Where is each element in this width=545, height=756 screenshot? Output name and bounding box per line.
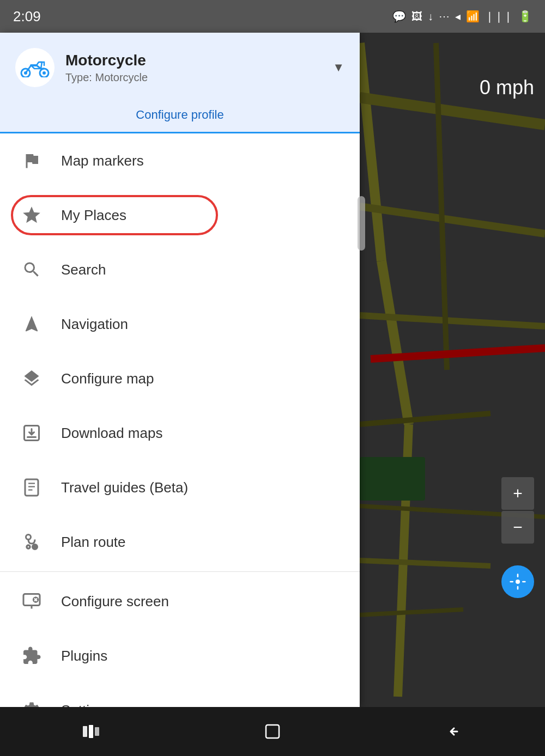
plugins-icon [17, 642, 46, 670]
search-icon [17, 255, 46, 284]
plugins-label: Plugins [61, 648, 107, 664]
configure-map-label: Configure map [61, 370, 154, 387]
profile-row: Motorcycle Type: Motorcycle ▼ [15, 48, 344, 98]
menu-item-search[interactable]: Search [0, 242, 360, 297]
menu-item-download-maps[interactable]: Download maps [0, 406, 360, 460]
menu-list: Map markers My Places Search [0, 133, 360, 707]
home-icon [263, 722, 282, 741]
menu-item-plugins[interactable]: Plugins [0, 629, 360, 683]
menu-item-configure-map[interactable]: Configure map [0, 351, 360, 406]
photos-icon: 🖼 [411, 10, 422, 23]
travel-guides-label: Travel guides (Beta) [61, 479, 188, 496]
menu-item-plan-route[interactable]: Plan route [0, 515, 360, 569]
profile-type: Type: Motorcycle [65, 71, 322, 84]
location-status-icon: ◂ [455, 10, 461, 23]
svg-rect-37 [266, 725, 279, 738]
zoom-in-button[interactable]: + [501, 477, 534, 510]
wifi-icon: 📶 [466, 10, 480, 23]
svg-point-18 [43, 71, 46, 75]
menu-item-map-markers[interactable]: Map markers [0, 133, 360, 188]
download-maps-label: Download maps [61, 425, 162, 442]
menu-item-travel-guides[interactable]: Travel guides (Beta) [0, 460, 360, 515]
svg-rect-34 [83, 726, 87, 737]
my-places-label: My Places [61, 207, 126, 224]
svg-rect-36 [95, 727, 99, 736]
my-location-icon [509, 573, 526, 590]
more-icon: ⋯ [439, 10, 450, 23]
star-icon [17, 201, 46, 229]
svg-rect-11 [360, 457, 425, 501]
home-button[interactable] [256, 715, 289, 748]
signal-icon: ❘❘❘ [485, 10, 513, 23]
recent-apps-icon [82, 724, 100, 739]
settings-label: Settings [61, 702, 112, 708]
zoom-out-button[interactable]: − [501, 511, 534, 544]
svg-rect-35 [89, 725, 93, 738]
flag-icon [17, 147, 46, 175]
status-icons: 💬 🖼 ↓ ⋯ ◂ 📶 ❘❘❘ 🔋 [392, 10, 532, 23]
zoom-controls: + − [501, 477, 534, 544]
status-bar: 2:09 💬 🖼 ↓ ⋯ ◂ 📶 ❘❘❘ 🔋 [0, 0, 545, 33]
battery-icon: 🔋 [518, 10, 532, 23]
settings-icon [17, 696, 46, 707]
menu-divider [0, 571, 360, 572]
profile-header: Motorcycle Type: Motorcycle ▼ Configure … [0, 33, 360, 133]
menu-item-my-places[interactable]: My Places [0, 188, 360, 242]
scroll-handle[interactable] [358, 196, 365, 251]
menu-item-configure-screen[interactable]: Configure screen [0, 574, 360, 629]
travel-guides-icon [17, 473, 46, 502]
profile-name: Motorcycle [65, 52, 322, 69]
plan-route-icon [17, 528, 46, 556]
messenger-icon: 💬 [392, 10, 406, 23]
map-markers-label: Map markers [61, 153, 144, 169]
configure-screen-icon [17, 587, 46, 615]
menu-item-settings[interactable]: Settings [0, 683, 360, 707]
motorcycle-icon [20, 58, 50, 77]
profile-avatar [15, 48, 55, 87]
back-icon [444, 722, 464, 741]
download-icon: ↓ [428, 10, 433, 23]
navigation-label: Navigation [61, 316, 128, 333]
profile-info: Motorcycle Type: Motorcycle [65, 52, 322, 84]
svg-rect-22 [25, 479, 38, 496]
plan-route-label: Plan route [61, 534, 126, 551]
menu-item-navigation[interactable]: Navigation [0, 297, 360, 351]
navigation-icon [17, 310, 46, 338]
status-time: 2:09 [13, 8, 41, 25]
location-button[interactable] [501, 565, 534, 598]
bottom-nav-bar [0, 707, 545, 756]
dropdown-arrow-icon[interactable]: ▼ [332, 60, 344, 75]
side-drawer: Motorcycle Type: Motorcycle ▼ Configure … [0, 33, 360, 707]
search-label: Search [61, 261, 106, 278]
speed-indicator: 0 mph [480, 76, 534, 99]
svg-rect-19 [29, 321, 34, 326]
recent-apps-button[interactable] [75, 715, 107, 748]
svg-point-29 [27, 545, 30, 548]
download-maps-icon [17, 419, 46, 447]
svg-point-14 [516, 580, 520, 584]
configure-profile-button[interactable]: Configure profile [15, 98, 344, 132]
svg-point-26 [26, 535, 31, 540]
configure-screen-label: Configure screen [61, 593, 169, 610]
svg-point-27 [33, 545, 38, 550]
layers-icon [17, 364, 46, 393]
back-button[interactable] [438, 715, 470, 748]
